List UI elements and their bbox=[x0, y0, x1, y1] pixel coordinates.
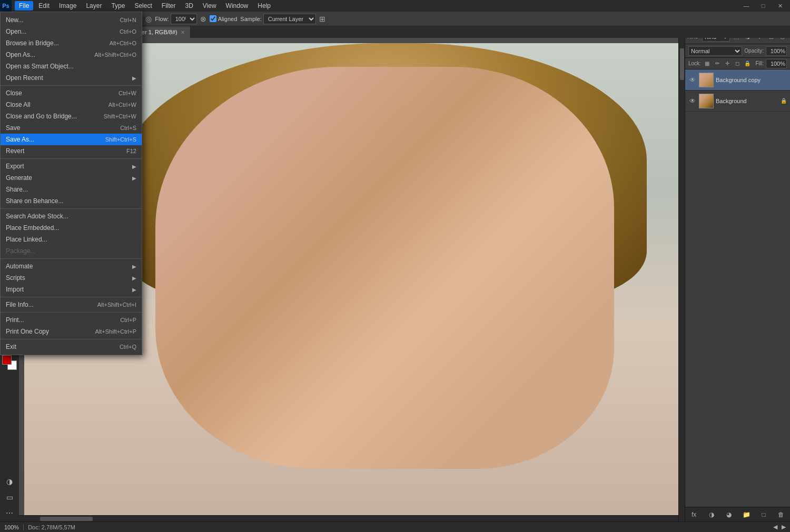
airbrush-icon: ⊗ bbox=[200, 15, 206, 23]
foreground-color[interactable] bbox=[2, 355, 12, 365]
menu-item-type[interactable]: Type bbox=[107, 1, 129, 11]
menu-print-one-copy[interactable]: Print One Copy Alt+Shift+Ctrl+P bbox=[1, 326, 142, 337]
minimize-button[interactable]: — bbox=[738, 0, 754, 12]
menu-share[interactable]: Share... bbox=[1, 184, 142, 195]
menu-import[interactable]: Import ▶ bbox=[1, 284, 142, 295]
menu-item-edit[interactable]: Edit bbox=[34, 1, 54, 11]
layer-visibility-bg-copy[interactable]: 👁 bbox=[688, 76, 697, 84]
menu-share-behance[interactable]: Share on Behance... bbox=[1, 195, 142, 207]
menu-file-info[interactable]: File Info... Alt+Shift+Ctrl+I bbox=[1, 299, 142, 310]
menu-close[interactable]: Close Ctrl+W bbox=[1, 87, 142, 99]
lock-transparent-btn[interactable]: ▦ bbox=[703, 59, 711, 68]
menu-item-file[interactable]: File bbox=[15, 1, 33, 11]
menu-place-linked[interactable]: Place Linked... bbox=[1, 234, 142, 245]
opacity-label: Opacity: bbox=[744, 48, 764, 54]
sample-all-icon: ⊞ bbox=[319, 15, 325, 23]
layers-blend-row: Normal Multiply Screen Opacity: bbox=[685, 44, 790, 58]
aligned-checkbox[interactable] bbox=[210, 15, 216, 22]
menu-open-as[interactable]: Open As... Alt+Shift+Ctrl+O bbox=[1, 49, 142, 61]
menu-sep-6 bbox=[1, 312, 142, 313]
file-menu-dropdown: New... Ctrl+N Open... Ctrl+O Browse in B… bbox=[0, 12, 142, 355]
status-separator bbox=[23, 524, 24, 530]
opacity-input[interactable] bbox=[766, 46, 787, 56]
menu-item-filter[interactable]: Filter bbox=[157, 1, 180, 11]
menu-generate[interactable]: Generate ▶ bbox=[1, 172, 142, 184]
doc-info: Doc: 2,78M/5,57M bbox=[28, 524, 75, 530]
status-bar: 100% Doc: 2,78M/5,57M ◀ ▶ bbox=[0, 521, 790, 532]
menu-item-image[interactable]: Image bbox=[55, 1, 81, 11]
pen-pressure-icon: ◎ bbox=[145, 15, 152, 23]
screen-mode-tool[interactable]: ▭ bbox=[2, 491, 17, 504]
lock-artboard-btn[interactable]: ◻ bbox=[733, 59, 741, 68]
menu-browse-bridge[interactable]: Browse in Bridge... Alt+Ctrl+O bbox=[1, 37, 142, 49]
lock-label: Lock: bbox=[688, 61, 701, 66]
layers-list: 👁 Background copy 👁 Background 🔒 bbox=[685, 69, 790, 507]
menu-item-3d[interactable]: 3D bbox=[181, 1, 197, 11]
create-layer-button[interactable]: □ bbox=[758, 509, 769, 520]
right-panel: Layers Channels Paths ≡ Kind Kind ⬚ ◑ T … bbox=[685, 12, 790, 521]
lock-position-btn[interactable]: ✛ bbox=[723, 59, 731, 68]
lock-image-btn[interactable]: ✏ bbox=[713, 59, 721, 68]
menu-item-window[interactable]: Window bbox=[222, 1, 253, 11]
layers-panel: Kind Kind ⬚ ◑ T ◻ ◎ Normal Multiply Scre… bbox=[685, 29, 790, 521]
menu-item-view[interactable]: View bbox=[199, 1, 221, 11]
close-button[interactable]: ✕ bbox=[772, 0, 788, 12]
layer-item-background[interactable]: 👁 Background 🔒 bbox=[685, 91, 790, 112]
fill-input[interactable] bbox=[766, 59, 787, 68]
color-swatches[interactable] bbox=[2, 355, 17, 370]
menu-new[interactable]: New... Ctrl+N bbox=[1, 14, 142, 26]
menu-package: Package... bbox=[1, 245, 142, 257]
layer-thumb-img-bg bbox=[699, 94, 713, 108]
add-fx-button[interactable]: fx bbox=[689, 509, 699, 520]
menu-bar: File Edit Image Layer Type Select Filter… bbox=[0, 0, 790, 12]
blend-mode-select[interactable]: Normal Multiply Screen bbox=[688, 46, 742, 56]
layer-item-bg-copy[interactable]: 👁 Background copy bbox=[685, 69, 790, 91]
flow-select[interactable]: 100% bbox=[171, 14, 197, 24]
aligned-label: Aligned bbox=[218, 16, 238, 22]
menu-open-smart[interactable]: Open as Smart Object... bbox=[1, 61, 142, 72]
horizontal-scrollbar[interactable] bbox=[19, 515, 678, 521]
layers-lock-row: Lock: ▦ ✏ ✛ ◻ 🔒 Fill: bbox=[685, 58, 790, 69]
sample-select[interactable]: Current Layer bbox=[263, 14, 316, 24]
menu-open-recent[interactable]: Open Recent ▶ bbox=[1, 72, 142, 84]
menu-item-select[interactable]: Select bbox=[130, 1, 156, 11]
menu-place-embedded[interactable]: Place Embedded... bbox=[1, 222, 142, 234]
layer-visibility-background[interactable]: 👁 bbox=[688, 97, 697, 105]
menu-automate[interactable]: Automate ▶ bbox=[1, 260, 142, 272]
menu-sep-5 bbox=[1, 297, 142, 297]
scroll-arrow-right[interactable]: ▶ bbox=[782, 524, 786, 530]
delete-layer-button[interactable]: 🗑 bbox=[776, 509, 786, 520]
menu-search-stock[interactable]: Search Adobe Stock... bbox=[1, 210, 142, 222]
menu-open[interactable]: Open... Ctrl+O bbox=[1, 26, 142, 37]
menu-save-as[interactable]: Save As... Shift+Ctrl+S bbox=[1, 134, 142, 145]
menu-scripts[interactable]: Scripts ▶ bbox=[1, 272, 142, 284]
menu-print[interactable]: Print... Ctrl+P bbox=[1, 314, 142, 326]
menu-save[interactable]: Save Ctrl+S bbox=[1, 122, 142, 134]
menu-revert[interactable]: Revert F12 bbox=[1, 145, 142, 157]
menu-sep-7 bbox=[1, 339, 142, 339]
layer-name-background: Background bbox=[716, 98, 778, 104]
lock-all-btn[interactable]: 🔒 bbox=[743, 59, 751, 68]
quick-mask-tool[interactable]: ◑ bbox=[2, 475, 17, 488]
maximize-button[interactable]: □ bbox=[755, 0, 771, 12]
menu-close-all[interactable]: Close All Alt+Ctrl+W bbox=[1, 99, 142, 111]
sample-label: Sample: bbox=[240, 16, 261, 22]
layer-lock-icon: 🔒 bbox=[781, 98, 787, 104]
create-adjustment-button[interactable]: ◕ bbox=[724, 509, 734, 520]
scroll-arrow-left[interactable]: ◀ bbox=[773, 524, 777, 530]
tab-close-untitled1[interactable]: ✕ bbox=[181, 29, 185, 35]
menu-export[interactable]: Export ▶ bbox=[1, 160, 142, 172]
fill-label: Fill: bbox=[755, 61, 764, 66]
v-scroll-thumb[interactable] bbox=[680, 48, 684, 80]
menu-exit[interactable]: Exit Ctrl+Q bbox=[1, 341, 142, 353]
create-group-button[interactable]: 📁 bbox=[741, 509, 752, 520]
h-scroll-thumb[interactable] bbox=[40, 517, 93, 521]
menu-item-help[interactable]: Help bbox=[253, 1, 275, 11]
menu-item-layer[interactable]: Layer bbox=[82, 1, 106, 11]
extra-tools[interactable]: ⋯ bbox=[2, 507, 17, 519]
add-mask-button[interactable]: ◑ bbox=[706, 509, 717, 520]
menu-close-bridge[interactable]: Close and Go to Bridge... Shift+Ctrl+W bbox=[1, 111, 142, 122]
menu-sep-1 bbox=[1, 85, 142, 86]
vertical-scrollbar[interactable] bbox=[678, 38, 685, 521]
zoom-level: 100% bbox=[4, 524, 19, 530]
